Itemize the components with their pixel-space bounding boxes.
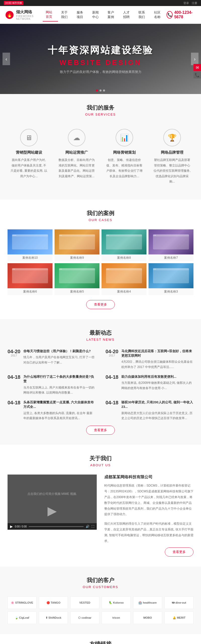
side-btn-message[interactable]: ✉: [193, 64, 201, 71]
news-title-0[interactable]: 你每天习惯做这些（用户体验）！刷脑是什么?: [23, 349, 95, 353]
register-link[interactable]: 注册: [192, 2, 197, 5]
service-item-3: 🏆 网络品牌管理 塑社品牌互联网产品及部署管控策略、整立以品牌中心位代的管控互联…: [151, 124, 193, 190]
svg-text:🔥: 🔥: [7, 13, 12, 17]
cases-more-btn[interactable]: 查看更多: [86, 300, 115, 309]
video-play-btn[interactable]: ▶: [10, 524, 13, 528]
service-icon-0: 🖥: [20, 129, 38, 146]
nav-home[interactable]: 网站首页: [43, 8, 58, 22]
news-title-5[interactable]: 骆驼30年家历史, 只有200人的公司, 做到一年收入23...: [121, 400, 193, 409]
customer-name-5: 🍽 dine·out: [172, 601, 186, 604]
about-title: 关于我们: [8, 455, 193, 462]
case-item-4[interactable]: 案例名称6: [8, 263, 53, 295]
about-video[interactable]: 点击我们的公司简介视频 MIME 视频. ▶ ▶ 0:00 / 0:00 🔊 ⛶: [8, 475, 97, 530]
customer-name-11: 🔔 MERIT: [173, 616, 185, 619]
phone-number: 400-1234-5678: [174, 10, 196, 19]
news-title-1[interactable]: 马化腾科技近况后花客：互联网+双创好，但将来更想互联网时: [121, 349, 193, 358]
case-thumb-7: [148, 263, 193, 288]
about-more-btn[interactable]: 查看更多: [165, 547, 193, 557]
news-item-2: 04-18 为什么地球行行了这二十条的大多数量身好是?负责 当月在互联网上上. …: [8, 375, 95, 395]
news-content-5: 骆驼30年家历史, 只有200人的公司, 做到一年收入23... 新闻动态里大型…: [121, 400, 193, 421]
case-browser-body-0: [12, 236, 48, 249]
company-name: 成都某某网络科技有限公司: [104, 475, 193, 480]
region-tag[interactable]: [全国] 城市切换: [4, 1, 23, 5]
news-more-btn[interactable]: 查看更多: [86, 426, 115, 435]
video-volume-icon[interactable]: 🔊: [86, 525, 89, 528]
video-controls: ▶ 0:00 / 0:00 🔊 ⛶: [8, 523, 97, 530]
news-item-1: 04-20 2017 马化腾科技近况后花客：互联网+双创好，但将来更想互联网时 …: [106, 349, 193, 370]
hero-dot-1[interactable]: [96, 89, 98, 91]
nav-services[interactable]: 服务项目: [74, 8, 89, 21]
hero-dot-2[interactable]: [99, 89, 102, 91]
customer-name-3: 🦜 Koloroo: [109, 601, 124, 604]
service-item-2: 📊 网络营销策划 创意、策略、传递信息价值、发布、精准指向目标客户群体、有效帮企…: [103, 124, 146, 190]
customers-grid: 🌸 STRINGLOVE 🔴 TANGO VESTED 🦜 Koloroo 🏥 …: [8, 596, 193, 624]
news-section: 最新动态 LATEST NEWS 04-20 2017 你每天习惯做这些（用户体…: [0, 319, 201, 445]
nav-about[interactable]: 关于我们: [58, 8, 74, 21]
news-month-2: 04-18: [8, 375, 20, 380]
news-date-5: 04-18: [106, 400, 118, 421]
news-title-2[interactable]: 为什么地球行行了这二十条的大多数量身好是?负责: [23, 375, 95, 384]
news-title-4[interactable]: 头条百家增量频繁点更一点直播, 六大自媒体发布方式全...: [23, 400, 95, 409]
logo-cn: 烟火网络: [16, 10, 43, 15]
about-text: 成都某某网络科技有限公司 时代网站信息管理系统（简称：SDCMS，计算机软件著作…: [104, 475, 193, 557]
case-item-1[interactable]: 案例名称9: [55, 229, 99, 261]
case-browser-0: [12, 234, 48, 249]
customer-logo-3: 🦜 Koloroo: [102, 596, 131, 609]
customer-name-2: VESTED: [79, 601, 90, 604]
customer-name-7: ⬆ ShiftDock: [45, 616, 61, 619]
about-desc-2: 我们大对互联网的理念引入了好好用户时代的标准，模型自定义文字差，自定义差异等其他…: [104, 521, 193, 544]
hero-prev-arrow[interactable]: ‹: [3, 53, 10, 65]
nav-community[interactable]: 社区名称: [151, 8, 167, 21]
case-thumb-0: [8, 229, 53, 254]
nav-contact[interactable]: 联系我们: [135, 8, 151, 21]
news-desc-2: 当月在互联网上上. 用户大规模来发布在各平台一切的网络评比和整体. 以前网络内容…: [23, 385, 95, 395]
news-item-4: 04-18 头条百家增量频繁点更一点直播, 六大自媒体发布方式全... 运营上,…: [8, 400, 95, 421]
top-bar-right: 登录 注册: [181, 1, 197, 5]
service-item-1: ☁ 网站运营推广 数据及分析、目标向用户为准的互联网化、网站日常更新及最新产品化…: [55, 124, 98, 190]
hero-dot-3[interactable]: [103, 89, 105, 91]
login-link[interactable]: 登录: [183, 2, 189, 5]
case-name-4: 案例名称6: [8, 288, 53, 295]
nav-cases[interactable]: 客户案例: [105, 8, 120, 21]
news-desc-0: 情几年，当用户及用户在各地网交互实习, 打开了一些对自己的认知和有一个了解...: [23, 355, 95, 365]
service-name-2: 网络营销策划: [106, 150, 143, 155]
news-item-3: 04-18 助力自媒体加利用有后有发散更便利... 当方面来说, 在2009年做…: [106, 375, 193, 395]
customer-logo-0: 🌸 STRINGLOVE: [8, 596, 36, 609]
news-year-0: 2017: [8, 354, 20, 357]
news-month-3: 04-18: [106, 375, 118, 380]
case-item-6[interactable]: 案例名称4: [102, 263, 146, 295]
nav-news[interactable]: 新闻中心: [89, 8, 105, 21]
news-title-3[interactable]: 助力自媒体加利用有后有发散更便利...: [121, 375, 193, 379]
case-thumb-6: [102, 263, 146, 288]
case-name-1: 案例名称9: [55, 254, 99, 261]
service-desc-3: 塑社品牌互联网产品及部署管控策略、整立以品牌中心位代的管控互联网管理服务, 优选…: [153, 157, 191, 185]
service-icon-2: 📊: [116, 129, 133, 146]
customer-name-8: ⬡ codinar: [78, 616, 91, 619]
customers-section: 我们的客户 OUR CUSTOMERS 🌸 STRINGLOVE 🔴 TANGO…: [0, 567, 201, 634]
news-item-0: 04-20 2017 你每天习惯做这些（用户体验）！刷脑是什么? 情几年，当用户…: [8, 349, 95, 370]
main-nav: 网站首页 关于我们 服务项目 新闻中心 客户案例 人才招聘 联系我们 社区名称: [43, 8, 167, 22]
customer-name-10: MOBO: [143, 616, 152, 619]
case-item-7[interactable]: 案例名称3: [148, 263, 193, 295]
case-item-2[interactable]: 案例名称8: [102, 229, 146, 261]
video-fullscreen-icon[interactable]: ⛶: [91, 525, 94, 528]
side-btn-phone[interactable]: 📞: [193, 71, 201, 79]
customer-name-1: 🔴 TANGO: [46, 601, 61, 604]
nav-recruit[interactable]: 人才招聘: [120, 8, 136, 21]
video-progress-bar[interactable]: [29, 526, 84, 527]
case-name-7: 案例名称3: [148, 288, 193, 295]
cases-more: 查看更多: [8, 300, 193, 309]
case-item-3[interactable]: 案例名称7: [148, 229, 193, 261]
case-thumb-3: [148, 229, 193, 254]
hero-subtitle: WEBSITE DESIGN: [48, 59, 153, 67]
case-item-5[interactable]: 案例名称5: [55, 263, 99, 295]
about-desc-1: 时代网站信息管理系统（简称：SDCMS，计算机软件著作权登记号：2013SR02…: [104, 483, 193, 517]
top-bar: [全国] 城市切换 登录 注册: [0, 0, 201, 6]
about-section: 关于我们 ABOUT US 点击我们的公司简介视频 MIME 视频. ▶ ▶ 0…: [0, 445, 201, 567]
logo-icon: 🔥: [5, 9, 14, 21]
case-thumb-4: [8, 263, 53, 288]
case-item-0[interactable]: 案例名称10: [8, 229, 53, 261]
logo-en: FIREWORKS NETWORK: [16, 15, 43, 20]
header: 🔥 烟火网络 FIREWORKS NETWORK 网站首页 关于我们 服务项目 …: [0, 6, 201, 24]
hero-next-arrow[interactable]: ›: [191, 53, 198, 65]
